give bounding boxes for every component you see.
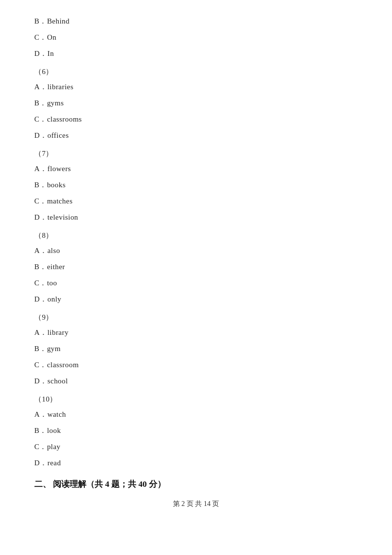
page-content: B．Behind C．On D．In （6） A．libraries B．gym… (34, 15, 358, 508)
option-q9a: A．library (34, 326, 358, 339)
option-q8c: C．too (34, 277, 358, 290)
option-q6c: C．classrooms (34, 113, 358, 126)
option-q7b: B．books (34, 178, 358, 192)
option-q10a: A．watch (34, 408, 358, 421)
option-q10b: B．look (34, 424, 358, 437)
option-q7a: A．flowers (34, 162, 358, 176)
question-10-number: （10） (34, 393, 358, 406)
option-q10d: D．read (34, 456, 358, 470)
option-d-in: D．In (34, 47, 358, 60)
option-q8d: D．only (34, 293, 358, 306)
page-footer: 第 2 页 共 14 页 (34, 500, 358, 508)
question-7-number: （7） (34, 147, 358, 160)
option-b-behind: B．Behind (34, 15, 358, 28)
section-title: 二、 阅读理解（共 4 题；共 40 分） (34, 479, 358, 490)
option-q8b: B．either (34, 260, 358, 274)
option-q9b: B．gym (34, 342, 358, 355)
option-c-on: C．On (34, 31, 358, 44)
question-8-number: （8） (34, 229, 358, 242)
option-q7c: C．matches (34, 195, 358, 208)
option-q6a: A．libraries (34, 80, 358, 94)
option-q8a: A．also (34, 244, 358, 257)
question-9-number: （9） (34, 311, 358, 324)
option-q6b: B．gyms (34, 97, 358, 110)
option-q7d: D．television (34, 211, 358, 224)
option-q10c: C．play (34, 440, 358, 454)
option-q9c: C．classroom (34, 358, 358, 372)
option-q9d: D．school (34, 375, 358, 388)
option-q6d: D．offices (34, 129, 358, 142)
question-6-number: （6） (34, 65, 358, 78)
